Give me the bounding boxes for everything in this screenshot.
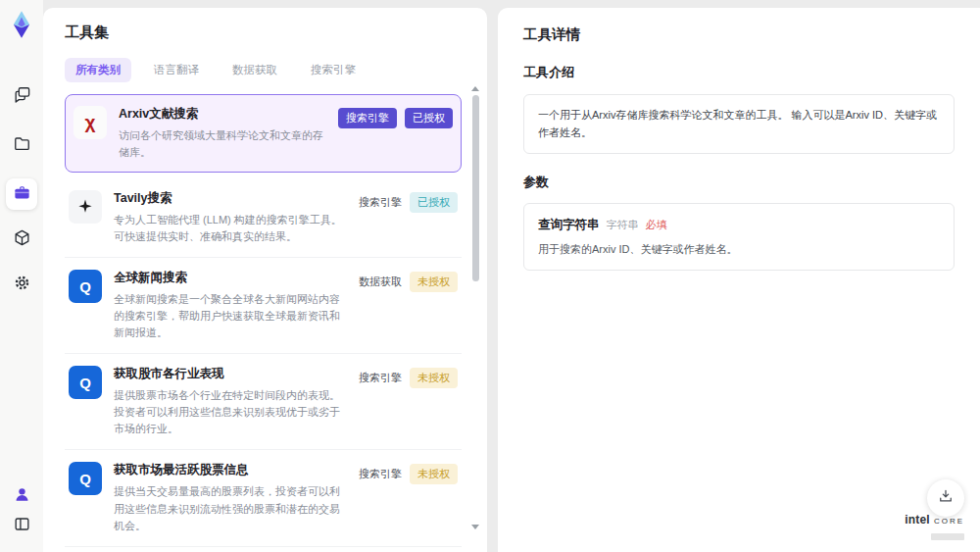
sidebar-item-toolbox[interactable]	[6, 178, 37, 210]
cube-icon	[13, 228, 31, 251]
download-icon	[937, 487, 955, 509]
auth-badge: 未授权	[410, 368, 458, 388]
tool-item-sector-performance[interactable]: Q 获取股市各行业表现 提供股票市场各个行业在特定时间段内的表现。投资者可以利用…	[65, 354, 462, 450]
brand-intel-text: intel	[905, 513, 930, 527]
auth-badge: 未授权	[410, 272, 458, 292]
tool-list: χ Arxiv文献搜索 访问各个研究领域大量科学论文和文章的存储库。 搜索引擎 …	[65, 94, 462, 552]
category-label: 搜索引擎	[359, 368, 402, 388]
tool-title: 全球新闻搜索	[114, 270, 347, 286]
auth-badge: 未授权	[410, 464, 458, 484]
tool-title: Arxiv文献搜索	[119, 106, 326, 123]
category-badge: 搜索引擎	[338, 108, 397, 128]
scrollbar-up-arrow[interactable]	[471, 86, 479, 91]
parameter-type: 字符串	[607, 218, 639, 232]
tool-description: 提供股票市场各个行业在特定时间段内的表现。投资者可以利用这些信息来识别表现优于或…	[114, 387, 347, 437]
tool-description: 访问各个研究领域大量科学论文和文章的存储库。	[119, 127, 326, 161]
intel-core-logo: intelcore	[905, 514, 964, 544]
tool-item-arxiv[interactable]: χ Arxiv文献搜索 访问各个研究领域大量科学论文和文章的存储库。 搜索引擎 …	[65, 94, 462, 173]
download-button[interactable]	[927, 479, 964, 517]
detail-title: 工具详情	[523, 25, 955, 44]
sidebar-item-files[interactable]	[6, 129, 37, 161]
tab-data-fetching[interactable]: 数据获取	[221, 58, 288, 82]
tool-item-active-stocks[interactable]: Q 获取市场最活跃股票信息 提供当天交易量最高的股票列表，投资者可以利用这些信息…	[65, 450, 462, 546]
intro-heading: 工具介绍	[523, 64, 955, 81]
sidebar-item-chat[interactable]	[6, 80, 37, 112]
brand-core-text: core	[934, 513, 964, 527]
tool-item-regional-news[interactable]: 万维地区新闻查询 查询具体行政区划内的新闻，快速了解各地新闻动 搜索引擎 未授权	[65, 547, 462, 552]
parameter-required-flag: 必填	[646, 218, 667, 232]
tool-description: 全球新闻搜索是一个聚合全球各大新闻网站内容的搜索引擎，帮助用户快速获取全球最新资…	[114, 291, 347, 341]
parameter-description: 用于搜索的Arxiv ID、关键字或作者姓名。	[538, 242, 940, 257]
tool-title: Tavily搜索	[114, 190, 347, 207]
sidebar-item-settings[interactable]	[6, 269, 37, 300]
sidebar-item-plugins[interactable]	[6, 224, 37, 255]
tool-title: 获取市场最活跃股票信息	[114, 462, 347, 478]
category-label: 搜索引擎	[359, 192, 402, 213]
toolset-panel: 工具集 所有类别 语言翻译 数据获取 搜索引擎 χ Arxiv文献搜索 访问各个…	[43, 8, 487, 552]
brand-sub-mark	[931, 533, 964, 540]
arxiv-icon: χ	[74, 106, 107, 139]
news-q-icon: Q	[69, 270, 102, 303]
tab-language-translation[interactable]: 语言翻译	[143, 58, 210, 82]
params-heading: 参数	[523, 174, 955, 191]
scrollbar-thumb[interactable]	[472, 95, 479, 281]
gear-icon	[13, 274, 31, 296]
toolbox-icon	[13, 183, 31, 206]
tool-title: 获取股市各行业表现	[114, 366, 347, 382]
category-label: 搜索引擎	[359, 464, 402, 484]
page-title: 工具集	[65, 24, 462, 42]
sidebar-item-account[interactable]	[6, 480, 37, 512]
category-tabs: 所有类别 语言翻译 数据获取 搜索引擎	[65, 58, 462, 82]
sidebar-item-panel-toggle[interactable]	[6, 510, 37, 541]
category-label: 数据获取	[359, 272, 402, 292]
avatar-icon	[13, 485, 31, 508]
panel-toggle-icon	[13, 515, 31, 537]
tool-description: 提供当天交易量最高的股票列表，投资者可以利用这些信息来识别流动性强的股票和潜在的…	[114, 483, 347, 533]
intro-text-box: 一个用于从Arxiv存储库搜索科学论文和文章的工具。 输入可以是Arxiv ID…	[523, 94, 955, 154]
auth-badge: 已授权	[410, 192, 458, 213]
scrollbar-down-arrow[interactable]	[471, 525, 479, 529]
tool-description: 专为人工智能代理 (LLM) 构建的搜索引擎工具。可快速提供实时、准确和真实的结…	[114, 212, 347, 245]
tab-all-categories[interactable]: 所有类别	[65, 58, 131, 82]
chat-icon	[13, 85, 31, 108]
sidebar-rail	[0, 0, 43, 552]
tool-item-global-news[interactable]: Q 全球新闻搜索 全球新闻搜索是一个聚合全球各大新闻网站内容的搜索引擎，帮助用户…	[65, 258, 462, 354]
app-logo	[7, 10, 36, 39]
news-q-icon: Q	[69, 462, 102, 495]
news-q-icon: Q	[69, 366, 102, 399]
tool-detail-panel: 工具详情 工具介绍 一个用于从Arxiv存储库搜索科学论文和文章的工具。 输入可…	[498, 8, 980, 552]
auth-badge: 已授权	[405, 108, 453, 128]
tab-search-engine[interactable]: 搜索引擎	[300, 58, 367, 82]
tavily-star-icon	[69, 190, 102, 224]
parameter-card: 查询字符串 字符串 必填 用于搜索的Arxiv ID、关键字或作者姓名。	[523, 203, 955, 271]
parameter-name: 查询字符串	[538, 217, 600, 233]
folder-icon	[13, 134, 31, 157]
tool-item-tavily[interactable]: Tavily搜索 专为人工智能代理 (LLM) 构建的搜索引擎工具。可快速提供实…	[65, 178, 462, 258]
